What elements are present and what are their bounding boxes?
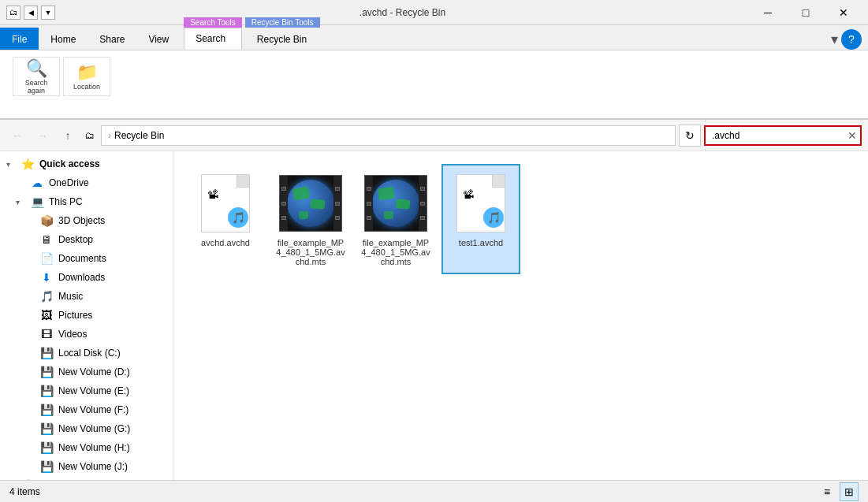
window-title: .avchd - Recycle Bin [55, 7, 750, 18]
search-input[interactable] [712, 130, 822, 141]
documents-icon: 📄 [39, 252, 54, 265]
window-controls: ─ □ ✕ [750, 0, 862, 25]
title-bar: 🗂 ◀ ▼ .avchd - Recycle Bin ─ □ ✕ [0, 0, 868, 25]
search-box[interactable]: ✕ [704, 125, 862, 146]
sidebar-item-documents[interactable]: 📄 Documents [0, 249, 173, 268]
sidebar-item-pictures[interactable]: 🖼 Pictures [0, 306, 173, 325]
sidebar-label-documents: Documents [58, 253, 106, 264]
sidebar-item-network[interactable]: ▶ 🌐 Network [0, 476, 173, 480]
sidebar-item-new-volume-e[interactable]: 💾 New Volume (E:) [0, 381, 173, 400]
sidebar-label-quick-access: Quick access [39, 158, 100, 169]
sidebar-label-new-volume-e: New Volume (E:) [58, 385, 129, 396]
sidebar-item-3d-objects[interactable]: 📦 3D Objects [0, 211, 173, 230]
file-icon-wrapper: 🎵 📽 [194, 172, 257, 235]
disk-icon-g: 💾 [39, 422, 54, 435]
back-button[interactable]: ← [6, 125, 28, 147]
list-view-button[interactable]: ≡ [818, 482, 836, 501]
sidebar-label-desktop: Desktop [58, 234, 93, 245]
tab-file[interactable]: File [0, 28, 39, 50]
quick-access-btn[interactable]: ◀ [24, 6, 38, 20]
window-icon: 🗂 [6, 6, 20, 20]
title-bar-icons: 🗂 ◀ ▼ [6, 6, 55, 20]
refresh-button[interactable]: ↻ [679, 125, 701, 147]
file-item-mp4-2[interactable]: file_example_MP4_480_1_5MG.avchd.mts [356, 164, 435, 274]
file-item-avchd[interactable]: 🎵 📽 avchd.avchd [186, 164, 265, 274]
close-button[interactable]: ✕ [825, 0, 862, 25]
sidebar-label-music: Music [58, 291, 83, 302]
sidebar-item-this-pc[interactable]: ▾ 💻 This PC [0, 192, 173, 211]
address-input[interactable]: › Recycle Bin [101, 125, 676, 146]
sidebar-item-downloads[interactable]: ⬇ Downloads [0, 268, 173, 287]
pictures-icon: 🖼 [39, 309, 54, 322]
sidebar-label-onedrive: OneDrive [49, 177, 89, 188]
disk-icon-h: 💾 [39, 441, 54, 454]
disk-icon-d: 💾 [39, 366, 54, 378]
status-bar: 4 items ≡ ⊞ [0, 480, 868, 502]
sidebar-item-local-disk-c[interactable]: 💾 Local Disk (C:) [0, 344, 173, 363]
search-clear-button[interactable]: ✕ [848, 129, 857, 142]
sidebar-label-new-volume-j: New Volume (J:) [58, 461, 128, 472]
sidebar-label-new-volume-f: New Volume (F:) [58, 404, 129, 415]
up-button[interactable]: ↑ [57, 125, 79, 147]
sidebar-item-quick-access[interactable]: ▾ ⭐ Quick access [0, 154, 173, 173]
star-icon: ⭐ [20, 158, 35, 170]
sidebar-label-3d-objects: 3D Objects [58, 215, 105, 226]
ribbon-collapse-btn[interactable]: ▾ [831, 31, 838, 48]
desktop-icon: 🖥 [39, 233, 54, 246]
ribbon-btn-search-again[interactable]: 🔍 Search again [13, 57, 60, 96]
main-layout: ▾ ⭐ Quick access ☁ OneDrive ▾ 💻 This PC … [0, 151, 868, 480]
ribbon-tabs: File Home Share View Search Tools Search… [0, 25, 868, 50]
3d-icon: 📦 [39, 214, 54, 227]
content-area: 🎵 📽 avchd.avchd [173, 151, 868, 480]
file-label-avchd: avchd.avchd [201, 238, 250, 247]
large-icon-view-button[interactable]: ⊞ [840, 482, 859, 501]
disk-icon-e: 💾 [39, 385, 54, 397]
tab-home[interactable]: Home [39, 28, 88, 50]
sidebar-item-desktop[interactable]: 🖥 Desktop [0, 230, 173, 249]
help-button[interactable]: ? [841, 29, 862, 50]
videos-icon: 🎞 [39, 328, 54, 340]
tab-view[interactable]: View [136, 28, 181, 50]
sidebar-label-new-volume-g: New Volume (G:) [58, 423, 130, 434]
sidebar-item-new-volume-j[interactable]: 💾 New Volume (J:) [0, 457, 173, 476]
file-icon-wrapper-4: 🎵 📽 [449, 172, 512, 235]
sidebar-item-new-volume-f[interactable]: 💾 New Volume (F:) [0, 400, 173, 419]
file-icon-wrapper-3 [364, 172, 427, 235]
sidebar-item-onedrive[interactable]: ☁ OneDrive [0, 173, 173, 192]
disk-icon-c: 💾 [39, 347, 54, 359]
network-icon: 🌐 [20, 479, 35, 480]
file-item-mp4-1[interactable]: file_example_MP4_480_1_5MG.avchd.mts [271, 164, 350, 274]
sidebar-label-downloads: Downloads [58, 272, 105, 283]
file-label-mp4-1: file_example_MP4_480_1_5MG.avchd.mts [276, 238, 345, 266]
sidebar-label-new-volume-h: New Volume (H:) [58, 442, 130, 453]
maximize-button[interactable]: □ [788, 0, 824, 25]
file-item-test1[interactable]: 🎵 📽 test1.avchd [441, 164, 520, 274]
tab-search[interactable]: Search [184, 28, 242, 50]
ribbon-btn-location[interactable]: 📁 Location [63, 57, 110, 96]
file-icon-wrapper-2 [279, 172, 342, 235]
quick-access-btn2[interactable]: ▼ [41, 6, 55, 20]
sidebar-label-pictures: Pictures [58, 310, 92, 321]
sidebar-item-music[interactable]: 🎵 Music [0, 287, 173, 306]
status-count: 4 items [9, 486, 40, 497]
sidebar-item-new-volume-h[interactable]: 💾 New Volume (H:) [0, 438, 173, 457]
sidebar-item-new-volume-d[interactable]: 💾 New Volume (D:) [0, 363, 173, 381]
sidebar: ▾ ⭐ Quick access ☁ OneDrive ▾ 💻 This PC … [0, 151, 173, 480]
music-icon: 🎵 [39, 290, 54, 303]
view-controls: ≡ ⊞ [818, 482, 859, 501]
tab-share[interactable]: Share [88, 28, 136, 50]
expand-icon: ▾ [6, 160, 16, 169]
sidebar-item-videos[interactable]: 🎞 Videos [0, 325, 173, 344]
tab-recycle-bin[interactable]: Recycle Bin [245, 28, 320, 50]
minimize-button[interactable]: ─ [750, 0, 786, 25]
sidebar-label-videos: Videos [58, 329, 87, 340]
forward-button[interactable]: → [32, 125, 54, 147]
downloads-icon: ⬇ [39, 271, 54, 284]
sidebar-label-this-pc: This PC [49, 196, 83, 207]
sidebar-label-new-volume-d: New Volume (D:) [58, 366, 130, 377]
pc-icon: 💻 [30, 195, 44, 208]
context-label-recycle-tools: Recycle Bin Tools [245, 17, 320, 28]
file-label-test1: test1.avchd [459, 238, 503, 247]
sidebar-item-new-volume-g[interactable]: 💾 New Volume (G:) [0, 419, 173, 438]
context-label-search-tools: Search Tools [184, 17, 242, 28]
